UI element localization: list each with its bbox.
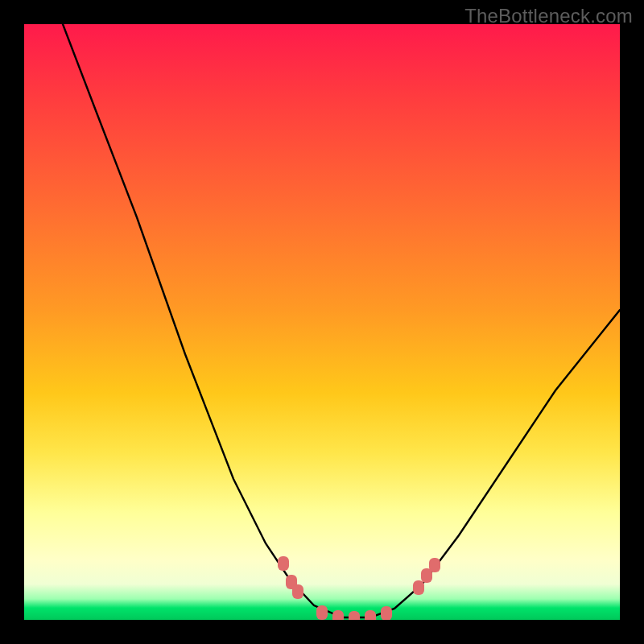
curve-group xyxy=(63,24,620,617)
curve-marker xyxy=(349,611,360,620)
bottleneck-curve-svg xyxy=(24,24,620,620)
curve-markers xyxy=(278,556,440,620)
curve-marker xyxy=(413,580,424,595)
curve-marker xyxy=(316,605,328,620)
curve-marker xyxy=(292,584,303,599)
curve-marker xyxy=(278,556,289,571)
curve-marker xyxy=(381,606,392,620)
bottleneck-curve-path xyxy=(63,24,620,617)
curve-marker xyxy=(332,610,344,620)
curve-marker xyxy=(365,610,376,620)
curve-marker xyxy=(429,558,440,572)
chart-frame xyxy=(24,24,620,620)
